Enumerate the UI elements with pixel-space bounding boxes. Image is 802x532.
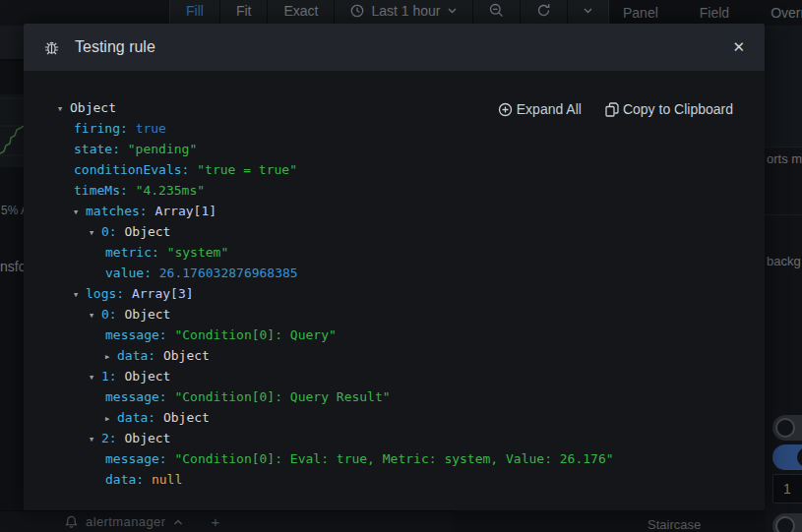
collapse-arrow-icon[interactable]: ▼ bbox=[90, 306, 101, 326]
json-key-segment: data: bbox=[105, 472, 152, 487]
modal-body: Expand All Copy to Clipboard ▼Objectfiri… bbox=[24, 71, 765, 510]
json-tree-line: ▼logs: Array[3] bbox=[74, 283, 765, 304]
json-key-segment: message: bbox=[105, 451, 174, 466]
json-tree-line: ▼1: Object bbox=[90, 366, 765, 386]
json-tree-line: message: "Condition[0]: Eval: true, Metr… bbox=[105, 448, 765, 469]
json-tree-line: timeMs: "4.235ms" bbox=[74, 180, 765, 201]
json-key-segment: timeMs: bbox=[74, 183, 136, 198]
copy-to-clipboard-button[interactable]: Copy to Clipboard bbox=[605, 101, 733, 117]
json-key-segment: data: bbox=[117, 348, 163, 363]
bug-icon bbox=[43, 39, 60, 56]
collapse-arrow-icon[interactable]: ▼ bbox=[58, 99, 70, 120]
json-tree-line: message: "Condition[0]: Query" bbox=[105, 325, 765, 345]
expand-arrow-icon[interactable]: ▶ bbox=[105, 409, 117, 430]
json-key-segment: message: bbox=[105, 327, 174, 342]
json-actions: Expand All Copy to Clipboard bbox=[498, 101, 733, 117]
collapse-arrow-icon[interactable]: ▼ bbox=[90, 430, 101, 450]
json-string-segment: "Condition[0]: Eval: true, Metric: syste… bbox=[174, 451, 613, 466]
json-key-segment: 0: bbox=[101, 307, 124, 322]
json-plain-segment: Object bbox=[70, 100, 116, 115]
json-key-segment: data: bbox=[117, 410, 163, 425]
json-key-segment: logs: bbox=[86, 286, 132, 301]
plus-circle-icon bbox=[498, 102, 513, 117]
json-plain-segment: Object bbox=[124, 224, 170, 239]
json-bool-segment: true bbox=[136, 121, 166, 136]
json-number-segment: 26.176032876968385 bbox=[159, 266, 298, 280]
json-tree-line: metric: "system" bbox=[105, 242, 765, 263]
json-string-segment: "pending" bbox=[128, 142, 197, 156]
json-tree-line: data: null bbox=[105, 469, 765, 490]
screen: Fill Fit Exact Last 1 hour bbox=[0, 0, 802, 532]
json-tree-line: firing: true bbox=[74, 118, 765, 139]
json-tree-line: message: "Condition[0]: Query Result" bbox=[105, 386, 765, 407]
json-plain-segment: Object bbox=[163, 348, 210, 363]
json-array-segment: Array[3] bbox=[132, 286, 194, 301]
json-plain-segment: Object bbox=[124, 307, 170, 322]
json-key-segment: conditionEvals: bbox=[74, 162, 197, 177]
json-key-segment: firing: bbox=[74, 121, 136, 136]
json-tree-line: ▶data: Object bbox=[105, 407, 765, 428]
json-plain-segment: Object bbox=[163, 410, 210, 425]
json-plain-segment: Object bbox=[124, 369, 170, 384]
testing-rule-modal: Testing rule ✕ Expand All bbox=[24, 24, 765, 510]
json-string-segment: "Condition[0]: Query Result" bbox=[174, 389, 390, 404]
collapse-arrow-icon[interactable]: ▼ bbox=[90, 223, 101, 244]
json-tree-line: ▼matches: Array[1] bbox=[74, 201, 765, 221]
json-tree-line: value: 26.176032876968385 bbox=[105, 263, 765, 283]
modal-title: Testing rule bbox=[75, 38, 155, 56]
json-string-segment: "system" bbox=[167, 245, 229, 260]
expand-all-label: Expand All bbox=[517, 101, 582, 117]
collapse-arrow-icon[interactable]: ▼ bbox=[90, 368, 101, 388]
json-null-segment: null bbox=[152, 472, 182, 487]
json-key-segment: state: bbox=[74, 142, 128, 156]
copy-to-clipboard-label: Copy to Clipboard bbox=[623, 101, 733, 117]
json-key-segment: metric: bbox=[105, 245, 167, 260]
json-key-segment: value: bbox=[105, 266, 159, 280]
json-tree-line: ▼2: Object bbox=[90, 428, 765, 448]
json-key-segment: matches: bbox=[86, 204, 154, 218]
collapse-arrow-icon[interactable]: ▼ bbox=[74, 285, 86, 306]
json-string-segment: "4.235ms" bbox=[136, 183, 205, 198]
json-key-segment: message: bbox=[105, 389, 174, 404]
json-key-segment: 0: bbox=[101, 224, 124, 239]
expand-arrow-icon[interactable]: ▶ bbox=[105, 347, 117, 368]
json-tree-line: ▶data: Object bbox=[105, 345, 765, 366]
collapse-arrow-icon[interactable]: ▼ bbox=[74, 203, 86, 223]
modal-header: Testing rule ✕ bbox=[24, 24, 765, 71]
json-tree: ▼Objectfiring: truestate: "pending"condi… bbox=[58, 97, 765, 490]
json-tree-line: state: "pending" bbox=[74, 139, 765, 159]
copy-icon bbox=[605, 102, 619, 117]
expand-all-button[interactable]: Expand All bbox=[498, 101, 582, 117]
json-array-segment: Array[1] bbox=[154, 204, 216, 218]
json-plain-segment: Object bbox=[124, 431, 170, 445]
json-string-segment: "true = true" bbox=[197, 162, 297, 177]
json-tree-line: ▼0: Object bbox=[90, 221, 765, 242]
close-icon[interactable]: ✕ bbox=[726, 36, 751, 58]
json-key-segment: 1: bbox=[101, 369, 124, 384]
json-string-segment: "Condition[0]: Query" bbox=[174, 327, 336, 342]
json-tree-line: conditionEvals: "true = true" bbox=[74, 159, 765, 180]
json-key-segment: 2: bbox=[101, 431, 124, 445]
json-tree-line: ▼0: Object bbox=[90, 304, 765, 325]
